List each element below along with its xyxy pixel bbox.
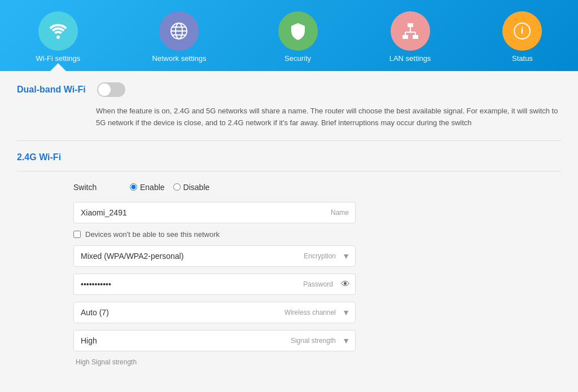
- lan-settings-label: LAN settings: [389, 54, 431, 63]
- svg-text:i: i: [521, 25, 524, 36]
- top-navigation: Wi-Fi settings Network settings Security: [0, 0, 578, 71]
- name-field-wrapper: Name: [73, 202, 356, 223]
- hidden-network-label: Devices won't be able to see this networ…: [85, 230, 220, 239]
- dualband-description: When the feature is on, 2.4G and 5G netw…: [96, 105, 561, 129]
- password-wrapper: Password 👁: [73, 274, 356, 295]
- wifi-settings-label: Wi-Fi settings: [36, 54, 81, 63]
- status-icon-circle: i: [502, 11, 542, 51]
- svg-rect-6: [402, 35, 408, 39]
- section-divider: [17, 140, 561, 141]
- signal-strength-label: Signal strength: [291, 337, 336, 345]
- security-label: Security: [284, 54, 311, 63]
- dualband-toggle[interactable]: [97, 82, 125, 97]
- main-content: Dual-band Wi-Fi When the feature is on, …: [0, 71, 578, 392]
- lan-settings-icon-circle: [391, 11, 430, 51]
- info-icon: i: [512, 21, 532, 41]
- name-input[interactable]: [73, 202, 356, 223]
- section-divider-2: [17, 171, 561, 171]
- svg-rect-7: [413, 35, 418, 39]
- encryption-wrapper: Mixed (WPA/WPA2-personal) WPA2-personal …: [73, 245, 356, 267]
- disable-radio-option[interactable]: Disable: [173, 183, 210, 192]
- wifi-2g-title: 2.4G Wi-Fi: [17, 152, 561, 162]
- wifi-icon: [48, 21, 68, 41]
- network-settings-icon-circle: [159, 11, 199, 51]
- dualband-section-header: Dual-band Wi-Fi: [17, 82, 561, 97]
- nav-security[interactable]: Security: [261, 6, 335, 71]
- shield-icon: [288, 21, 308, 41]
- switch-row: Switch Enable Disable: [73, 183, 356, 192]
- wifi-settings-icon-circle: [38, 11, 78, 51]
- nav-lan-settings[interactable]: LAN settings: [373, 6, 448, 71]
- wifi-2g-form: Switch Enable Disable Name Devices won't…: [73, 183, 356, 366]
- enable-radio-label: Enable: [140, 183, 165, 192]
- disable-radio-label: Disable: [183, 183, 210, 192]
- wireless-channel-label: Wireless channel: [284, 309, 336, 316]
- wireless-channel-wrapper: Auto (7) 1 6 11 Wireless channel ▼: [73, 302, 356, 323]
- name-label: Name: [331, 209, 349, 217]
- nav-status[interactable]: i Status: [485, 6, 559, 71]
- enable-radio-option[interactable]: Enable: [130, 183, 165, 192]
- switch-label: Switch: [73, 183, 113, 192]
- disable-radio[interactable]: [173, 183, 181, 191]
- nav-wifi-settings[interactable]: Wi-Fi settings: [19, 6, 98, 71]
- nav-network-settings[interactable]: Network settings: [135, 6, 223, 71]
- network-settings-label: Network settings: [152, 54, 206, 63]
- dualband-title: Dual-band Wi-Fi: [17, 85, 86, 95]
- hidden-network-checkbox[interactable]: [73, 231, 81, 238]
- svg-rect-5: [408, 23, 413, 27]
- globe-icon: [169, 21, 189, 41]
- enable-radio[interactable]: [130, 183, 137, 191]
- encryption-label: Encryption: [304, 252, 336, 260]
- password-label: Password: [303, 280, 333, 288]
- security-icon-circle: [278, 11, 318, 51]
- status-label: Status: [512, 54, 533, 63]
- signal-strength-hint: High Signal strength: [76, 358, 356, 366]
- signal-strength-wrapper: High Medium Low Signal strength ▼: [73, 330, 356, 351]
- radio-group: Enable Disable: [130, 183, 209, 192]
- lan-icon: [400, 21, 421, 41]
- hidden-network-row: Devices won't be able to see this networ…: [73, 230, 356, 239]
- eye-icon[interactable]: 👁: [341, 279, 350, 289]
